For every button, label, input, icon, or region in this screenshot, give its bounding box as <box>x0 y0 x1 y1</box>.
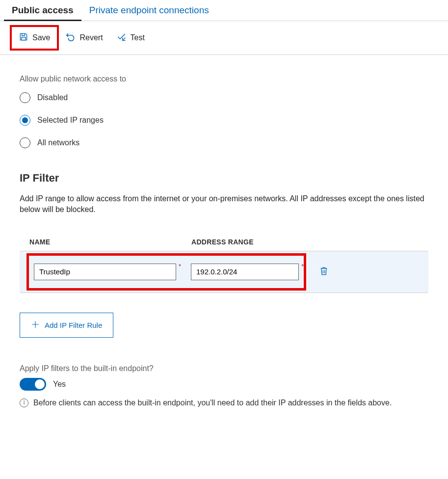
required-indicator: * <box>301 263 304 270</box>
radio-icon <box>20 92 30 103</box>
svg-rect-0 <box>22 37 26 40</box>
radio-icon <box>20 115 30 126</box>
builtin-toggle-value: Yes <box>53 380 66 389</box>
builtin-endpoint-section: Apply IP filters to the built-in endpoin… <box>20 364 428 408</box>
ip-filter-row-highlight: * * <box>26 253 306 291</box>
test-label: Test <box>131 33 145 42</box>
access-radio-group: Disabled Selected IP ranges All networks <box>20 92 428 148</box>
save-label: Save <box>32 33 50 42</box>
tab-private-endpoint[interactable]: Private endpoint connections <box>81 0 217 21</box>
revert-button[interactable]: Revert <box>59 27 109 49</box>
toggle-knob <box>35 379 45 389</box>
content-area: Allow public network access to Disabled … <box>0 55 448 418</box>
ip-filter-row: * * <box>20 251 428 293</box>
col-header-address-range: ADDRESS RANGE <box>191 238 319 246</box>
ip-filter-name-input[interactable] <box>34 264 176 280</box>
trash-icon <box>319 270 329 278</box>
add-ip-filter-rule-button[interactable]: Add IP Filter Rule <box>20 313 113 338</box>
builtin-endpoint-toggle[interactable] <box>20 378 46 391</box>
delete-cell <box>306 264 331 280</box>
tab-public-access[interactable]: Public access <box>4 0 81 21</box>
radio-icon <box>20 137 30 148</box>
ip-filter-description: Add IP range to allow access from the in… <box>20 193 428 215</box>
builtin-info-row: i Before clients can access the built-in… <box>20 398 428 408</box>
builtin-endpoint-label: Apply IP filters to the built-in endpoin… <box>20 364 428 373</box>
name-field-wrap: * <box>34 264 176 280</box>
ip-filter-heading: IP Filter <box>20 172 428 185</box>
radio-selected-ip[interactable]: Selected IP ranges <box>20 115 428 126</box>
ip-filter-table-header: NAME ADDRESS RANGE <box>20 233 428 251</box>
test-icon <box>117 32 127 44</box>
builtin-info-text: Before clients can access the built-in e… <box>33 398 392 408</box>
revert-label: Revert <box>79 33 103 42</box>
builtin-toggle-row: Yes <box>20 378 428 391</box>
save-button-highlight: Save <box>10 25 59 51</box>
save-icon <box>19 32 28 44</box>
col-header-name: NAME <box>29 238 191 246</box>
revert-icon <box>66 32 76 44</box>
required-indicator: * <box>179 263 181 270</box>
address-field-wrap: * <box>191 264 299 280</box>
save-button[interactable]: Save <box>12 27 57 49</box>
radio-all-label: All networks <box>37 138 79 147</box>
info-icon: i <box>20 399 28 407</box>
radio-selected-ip-label: Selected IP ranges <box>37 116 104 125</box>
toolbar: Save Revert Test <box>0 21 448 55</box>
add-ip-filter-label: Add IP Filter Rule <box>45 321 102 329</box>
delete-ip-filter-button[interactable] <box>317 264 331 280</box>
access-section-label: Allow public network access to <box>20 75 428 83</box>
plus-icon <box>31 320 40 330</box>
tabs-bar: Public access Private endpoint connectio… <box>0 0 448 21</box>
radio-disabled[interactable]: Disabled <box>20 92 428 103</box>
test-button[interactable]: Test <box>110 27 152 49</box>
radio-all-networks[interactable]: All networks <box>20 137 428 148</box>
radio-disabled-label: Disabled <box>37 93 68 102</box>
ip-filter-address-input[interactable] <box>191 264 299 280</box>
